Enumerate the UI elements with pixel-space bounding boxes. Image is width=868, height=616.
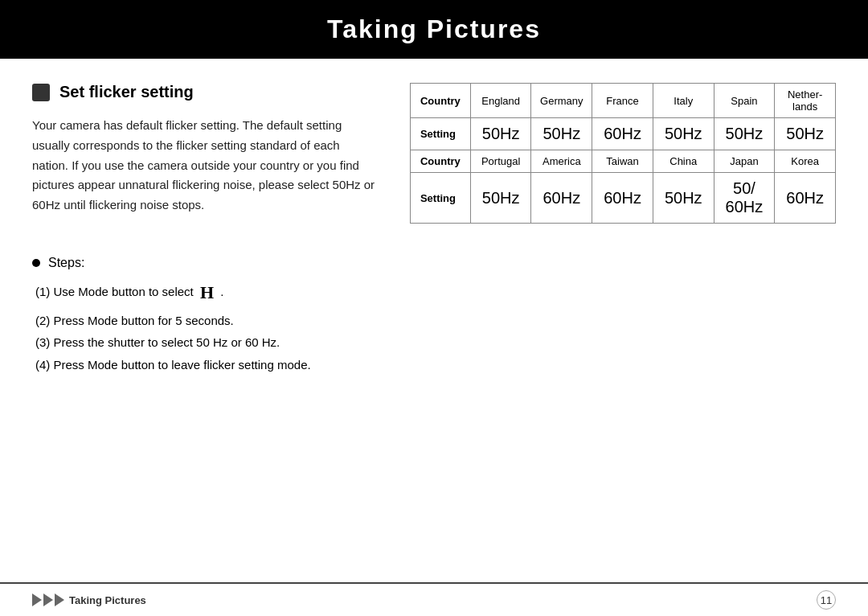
- label-country-1: Country: [410, 84, 470, 118]
- step-1: (1) Use Mode button to select H .: [35, 277, 836, 310]
- arrow-icon-3: [55, 593, 64, 606]
- step-3: (3) Press the shutter to select 50 Hz or…: [35, 331, 836, 354]
- setting-portugal: 50Hz: [470, 173, 531, 224]
- label-setting-1: Setting: [410, 118, 470, 150]
- setting-italy: 50Hz: [653, 118, 714, 150]
- table-row: Setting 50Hz 60Hz 60Hz 50Hz 50/60Hz 60Hz: [410, 173, 835, 224]
- footer-arrows: [32, 593, 64, 606]
- england-cell: England: [470, 84, 531, 118]
- setting-america: 60Hz: [531, 173, 592, 224]
- bullet-icon: [32, 259, 40, 267]
- korea-cell: Korea: [775, 150, 836, 173]
- taiwan-cell: Taiwan: [592, 150, 653, 173]
- setting-germany: 50Hz: [531, 118, 592, 150]
- setting-japan: 50/60Hz: [714, 173, 775, 224]
- mode-h-icon: H: [200, 282, 214, 302]
- setting-china: 50Hz: [653, 173, 714, 224]
- netherlands-cell: Nether-lands: [775, 84, 836, 118]
- setting-taiwan: 60Hz: [592, 173, 653, 224]
- arrow-icon-2: [43, 593, 53, 606]
- page-header: Taking Pictures: [0, 0, 868, 59]
- setting-england: 50Hz: [470, 118, 531, 150]
- step-2: (2) Press Mode button for 5 seconds.: [35, 310, 836, 332]
- step-4: (4) Press Mode button to leave flicker s…: [35, 354, 836, 376]
- spain-cell: Spain: [714, 84, 775, 118]
- steps-header: Steps:: [32, 256, 836, 270]
- portugal-cell: Portugal: [470, 150, 531, 173]
- setting-korea: 60Hz: [775, 173, 836, 224]
- arrow-icon-1: [32, 593, 42, 606]
- page-number: 11: [817, 590, 836, 610]
- setting-france: 60Hz: [592, 118, 653, 150]
- flicker-table: Country England Germany France Italy Spa…: [410, 83, 836, 224]
- italy-cell: Italy: [653, 84, 714, 118]
- america-cell: America: [531, 150, 592, 173]
- flicker-table-section: Country England Germany France Italy Spa…: [410, 83, 836, 224]
- setting-spain: 50Hz: [714, 118, 775, 150]
- table-row: Country Portugal America Taiwan China Ja…: [410, 150, 835, 173]
- label-country-2: Country: [410, 150, 470, 173]
- china-cell: China: [653, 150, 714, 173]
- footer-left: Taking Pictures: [32, 593, 146, 606]
- section-icon: [32, 84, 50, 101]
- table-row: Country England Germany France Italy Spa…: [410, 84, 835, 118]
- left-section: Set flicker setting Your camera has defa…: [32, 83, 378, 224]
- table-row: Setting 50Hz 50Hz 60Hz 50Hz 50Hz 50Hz: [410, 118, 835, 150]
- body-text: Your camera has default flicker setting.…: [32, 116, 378, 216]
- page-footer: Taking Pictures 11: [0, 582, 868, 616]
- section-heading: Set flicker setting: [32, 83, 378, 101]
- steps-list: (1) Use Mode button to select H . (2) Pr…: [32, 277, 836, 376]
- steps-section: Steps: (1) Use Mode button to select H .…: [0, 240, 868, 384]
- section-title-text: Set flicker setting: [59, 83, 194, 101]
- france-cell: France: [592, 84, 653, 118]
- footer-title: Taking Pictures: [69, 594, 146, 606]
- steps-header-text: Steps:: [48, 256, 84, 270]
- germany-cell: Germany: [531, 84, 592, 118]
- setting-netherlands: 50Hz: [775, 118, 836, 150]
- japan-cell: Japan: [714, 150, 775, 173]
- header-title: Taking Pictures: [327, 14, 541, 43]
- label-setting-2: Setting: [410, 173, 470, 224]
